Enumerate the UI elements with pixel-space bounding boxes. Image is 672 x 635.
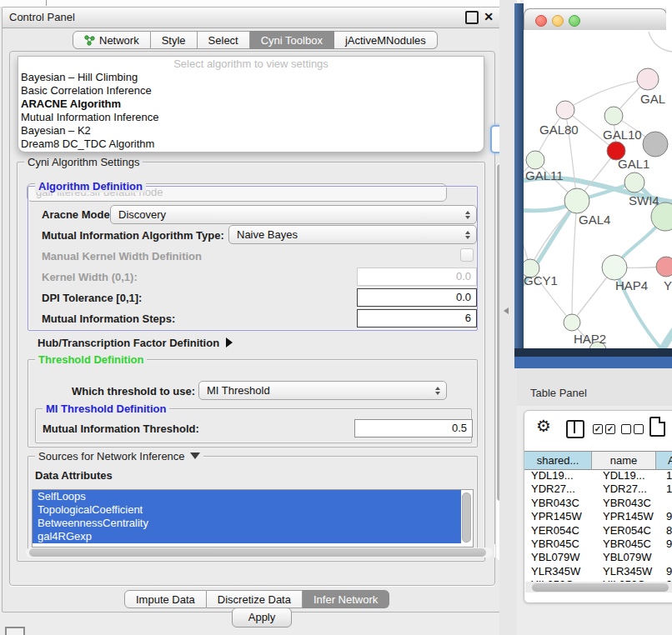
table-row[interactable]: YDR27...YDR27...12 — [524, 482, 672, 496]
zoom-traffic-light-icon[interactable] — [569, 15, 580, 27]
algorithm-option[interactable]: Dream8 DC_TDC Algorithm — [18, 138, 484, 151]
mi-algorithm-type-select[interactable]: Naive Bayes — [228, 225, 477, 244]
node-swi4[interactable] — [624, 172, 644, 192]
cyni-algorithm-settings-group: Cyni Algorithm Settings Algorithm Defini… — [17, 162, 485, 562]
deselect-all-checkboxes-icon[interactable] — [621, 424, 644, 434]
hub-definition-toggle[interactable]: Hub/Transcription Factor Definition — [38, 337, 233, 349]
node-gray[interactable] — [643, 132, 668, 157]
algorithm-option[interactable]: Bayesian – Hill Climbing — [18, 71, 484, 84]
edge — [565, 79, 648, 110]
minimize-traffic-light-icon[interactable] — [552, 15, 564, 27]
network-canvas[interactable]: GAL GAL80 GAL10 GAL1 GAL11 GAL4 SWI4 GCY… — [524, 30, 672, 348]
cell[interactable]: YPR145W — [598, 510, 661, 523]
cell[interactable]: YDR27... — [598, 482, 661, 496]
cell[interactable] — [661, 551, 672, 564]
node-hap2[interactable] — [564, 314, 580, 331]
combo-stepper-icon — [462, 231, 474, 239]
cell[interactable]: YBR045C — [598, 538, 661, 551]
node-y-right[interactable] — [656, 257, 672, 277]
cell[interactable]: YBL079W — [524, 551, 598, 564]
table-row[interactable]: YDL19...YDL19...13 — [524, 469, 672, 482]
aracne-mode-select[interactable]: Discovery — [110, 205, 477, 224]
close-traffic-light-icon[interactable] — [535, 15, 547, 27]
table-row[interactable]: YBR045CYBR045C9. — [524, 538, 672, 551]
tab-impute-data[interactable]: Impute Data — [124, 590, 207, 608]
cell[interactable]: YBR045C — [524, 538, 598, 551]
tab-cyni-toolbox[interactable]: Cyni Toolbox — [250, 31, 334, 49]
tab-discretize-data[interactable]: Discretize Data — [207, 590, 303, 608]
cell[interactable]: YBL079W — [598, 551, 661, 564]
cell[interactable]: YDL19... — [524, 469, 598, 482]
select-all-checkboxes-icon[interactable]: ✓ ✓ — [593, 424, 615, 434]
mi-steps-label: Mutual Information Steps: — [42, 312, 175, 325]
cell[interactable]: YDL19... — [598, 469, 661, 482]
cell[interactable]: 9. — [661, 565, 672, 578]
table-row[interactable]: YER054CYER054C8. — [524, 524, 672, 538]
table-horizontal-scrollbar[interactable] — [525, 582, 672, 592]
cell[interactable]: YER054C — [524, 524, 598, 538]
tab-style[interactable]: Style — [151, 31, 198, 49]
algorithm-option[interactable]: Basic Correlation Inference — [18, 84, 484, 98]
docked-panel-icon[interactable] — [5, 627, 25, 635]
node-gal-top[interactable] — [637, 68, 659, 90]
list-item[interactable]: BetweennessCentrality — [33, 517, 461, 530]
cell[interactable]: YLR345W — [524, 565, 598, 578]
list-item[interactable]: TopologicalCoefficient — [33, 503, 461, 517]
kernel-width-field[interactable]: 0.0 — [357, 268, 477, 286]
document-icon[interactable] — [649, 417, 665, 437]
cell[interactable]: 13 — [661, 469, 672, 482]
threshold-definition-title: Threshold Definition — [35, 353, 147, 366]
tab-infer-network[interactable]: Infer Network — [303, 590, 389, 608]
algorithm-option[interactable]: Mutual Information Inference — [18, 111, 484, 124]
apply-button[interactable]: Apply — [232, 608, 292, 628]
column-header-shared[interactable]: shared... — [524, 452, 592, 469]
close-icon[interactable]: ✕ — [484, 10, 494, 23]
cell[interactable]: 8. — [661, 524, 672, 538]
tab-network[interactable]: Network — [73, 31, 151, 49]
scrollbar-thumb[interactable] — [532, 583, 669, 592]
data-attributes-list[interactable]: SelfLoops TopologicalCoefficient Between… — [32, 489, 474, 548]
column-header-name[interactable]: name — [592, 452, 656, 469]
list-item[interactable]: SelfLoops — [33, 490, 461, 503]
node-gal80[interactable] — [556, 101, 574, 119]
tab-jactivemnodules[interactable]: jActiveMNodules — [334, 31, 438, 49]
settings-horizontal-scrollbar[interactable] — [26, 548, 493, 558]
algorithm-option-selected[interactable]: ARACNE Algorithm — [18, 98, 484, 111]
cell[interactable]: YBR043C — [524, 497, 598, 510]
scrollbar-thumb[interactable] — [29, 548, 486, 557]
dpi-tolerance-field[interactable]: 0.0 — [357, 288, 477, 307]
node-gal11[interactable] — [526, 151, 544, 169]
cell[interactable]: 12 — [661, 482, 672, 496]
float-icon[interactable] — [465, 11, 479, 24]
table-row[interactable]: YBR043CYBR043C — [524, 497, 672, 510]
table-row[interactable]: YPR145WYPR145W9. — [524, 510, 672, 523]
gear-icon[interactable]: ⚙ — [536, 416, 551, 436]
algorithm-option[interactable]: Bayesian – K2 — [18, 124, 484, 138]
mi-steps-field[interactable]: 6 — [357, 309, 477, 328]
collapse-icon[interactable] — [190, 452, 200, 459]
split-columns-icon[interactable] — [566, 420, 584, 438]
list-scrollbar-thumb[interactable] — [462, 492, 471, 542]
cell[interactable]: YBR043C — [598, 497, 661, 510]
cell[interactable]: YLR345W — [598, 565, 661, 578]
table-row[interactable]: YBL079WYBL079W — [524, 551, 672, 564]
mi-threshold-field[interactable]: 0.5 — [354, 419, 473, 438]
cell[interactable]: YER054C — [598, 524, 661, 538]
cell[interactable]: 9. — [661, 510, 672, 523]
cell[interactable]: 9. — [661, 538, 672, 551]
table-row[interactable]: YLR345WYLR345W9. — [524, 565, 672, 578]
which-threshold-select[interactable]: MI Threshold — [198, 381, 447, 400]
tab-select[interactable]: Select — [198, 31, 250, 49]
list-item[interactable]: gal4RGexp — [33, 530, 461, 543]
manual-kernel-width-checkbox[interactable] — [460, 248, 474, 262]
cell[interactable]: YDR27... — [524, 482, 598, 496]
cell[interactable] — [661, 497, 672, 510]
node-label: GAL4 — [579, 212, 610, 227]
network-window-titlebar[interactable] — [524, 8, 667, 32]
node-gal10[interactable] — [604, 107, 623, 125]
node-gal4[interactable] — [564, 188, 589, 213]
node-hap4[interactable] — [602, 255, 627, 280]
cell[interactable]: YPR145W — [524, 510, 598, 523]
network-window-top — [524, 0, 672, 8]
column-header-partial[interactable]: A — [656, 452, 672, 469]
